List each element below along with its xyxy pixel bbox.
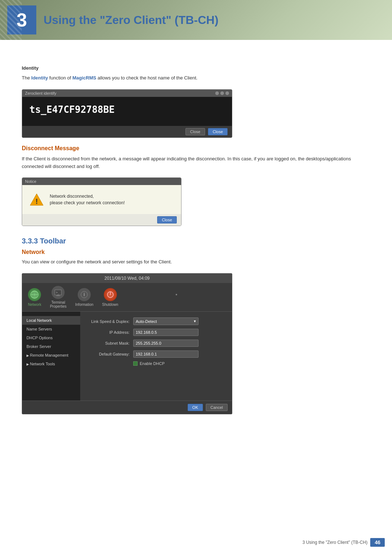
ip-row: IP Address: bbox=[86, 329, 226, 336]
dot-2 bbox=[220, 91, 224, 95]
network-body: You can view or configure the network an… bbox=[22, 258, 370, 266]
identity-dialog-body: ts_E47CF92788BE bbox=[22, 97, 232, 126]
identity-close-btn[interactable]: Close bbox=[208, 128, 228, 135]
subnet-input[interactable] bbox=[133, 340, 199, 347]
terminal-icon: >_ bbox=[52, 286, 65, 299]
link-speed-label: Link Speed & Duplex: bbox=[86, 319, 130, 324]
gateway-row: Default Gateway: bbox=[86, 350, 226, 358]
terminal-svg: >_ bbox=[54, 288, 62, 296]
shutdown-svg bbox=[106, 291, 114, 299]
identity-dialog: Zeroclient identify ts_E47CF92788BE Clos… bbox=[22, 89, 232, 138]
footer-text: 3 Using the "Zero Client" (TB-CH) bbox=[302, 540, 367, 545]
notice-close-btn[interactable]: Close bbox=[157, 216, 177, 223]
toolbar-shutdown-icon-item[interactable]: Shutdown bbox=[102, 288, 118, 307]
header-diagonal bbox=[0, 0, 22, 40]
link-speed-arrow: ▾ bbox=[194, 319, 196, 324]
page-number: 46 bbox=[370, 538, 385, 547]
notice-dialog: Notice ! Network disconnected, please ch… bbox=[22, 177, 181, 226]
cancel-button[interactable]: Cancel bbox=[206, 404, 228, 411]
page-footer: 3 Using the "Zero Client" (TB-CH) 46 bbox=[302, 538, 385, 547]
network-icon bbox=[28, 288, 41, 301]
dhcp-checkbox[interactable] bbox=[133, 361, 138, 366]
info-svg: i bbox=[80, 291, 88, 299]
notice-titlebar: Notice bbox=[22, 178, 181, 185]
ip-input[interactable] bbox=[133, 329, 199, 336]
dot-1 bbox=[215, 91, 219, 95]
identity-titlebar-text: Zeroclient identify bbox=[25, 91, 56, 95]
toolbar-dialog: 2011/08/10 Wed, 04:09 Network bbox=[22, 273, 232, 414]
network-sidebar: Local Network Name Servers DHCP Options … bbox=[22, 312, 80, 401]
hostname-display: ts_E47CF92788BE bbox=[29, 104, 225, 115]
gateway-input[interactable] bbox=[133, 350, 199, 358]
svg-rect-8 bbox=[57, 295, 59, 295]
info-icon-label: Information bbox=[75, 303, 93, 307]
terminal-icon-label: TerminalProperties bbox=[50, 300, 67, 308]
svg-text:>_: >_ bbox=[56, 291, 60, 294]
disconnect-heading: Disconnect Message bbox=[22, 145, 370, 152]
info-icon: i bbox=[78, 288, 91, 301]
sidebar-dhcp-options[interactable]: DHCP Options bbox=[22, 333, 80, 342]
network-form: Link Speed & Duplex: Auto-Detect ▾ IP Ad… bbox=[80, 312, 232, 401]
ip-label: IP Address: bbox=[86, 330, 130, 335]
link-speed-value: Auto-Detect bbox=[136, 319, 157, 324]
notice-line2: please check your network connection! bbox=[50, 200, 125, 206]
dhcp-row: Enable DHCP bbox=[133, 361, 226, 366]
link-speed-select[interactable]: Auto-Detect ▾ bbox=[133, 317, 199, 325]
network-heading: Network bbox=[22, 249, 370, 255]
main-content: Identity The Identity function of MagicR… bbox=[0, 40, 392, 451]
toolbar-heading: 3.3.3 Toolbar bbox=[22, 237, 370, 245]
toolbar-terminal-icon-item[interactable]: >_ TerminalProperties bbox=[50, 286, 67, 308]
identity-titlebar: Zeroclient identify bbox=[22, 90, 232, 97]
header-title: Using the "Zero Client" (TB-CH) bbox=[44, 13, 219, 27]
sidebar-broker-server[interactable]: Broker Server bbox=[22, 342, 80, 351]
warning-icon: ! bbox=[29, 192, 44, 207]
network-icon-label: Network bbox=[28, 303, 41, 307]
sidebar-remote-management[interactable]: Remote Management bbox=[22, 351, 80, 360]
toolbar-dialog-footer: OK Cancel bbox=[22, 401, 232, 414]
network-content: Local Network Name Servers DHCP Options … bbox=[22, 312, 232, 401]
identity-bold: Identity bbox=[31, 75, 48, 81]
disconnect-body: If the Client is disconnected from the n… bbox=[22, 155, 370, 171]
subnet-label: Subnet Mask: bbox=[86, 341, 130, 345]
network-svg bbox=[30, 290, 39, 299]
shutdown-icon-label: Shutdown bbox=[102, 303, 118, 307]
sidebar-network-tools[interactable]: Network Tools bbox=[22, 360, 80, 368]
toolbar-separator bbox=[176, 294, 177, 295]
ok-button[interactable]: OK bbox=[188, 404, 203, 411]
notice-text: Network disconnected, please check your … bbox=[50, 193, 125, 206]
identity-dim-close-btn[interactable]: Close bbox=[185, 128, 205, 135]
shutdown-icon bbox=[104, 288, 117, 301]
sidebar-name-servers[interactable]: Name Servers bbox=[22, 325, 80, 333]
magicrms-bold: MagicRMS bbox=[72, 75, 96, 81]
sidebar-local-network[interactable]: Local Network bbox=[22, 316, 80, 325]
notice-line1: Network disconnected, bbox=[50, 193, 125, 200]
gateway-label: Default Gateway: bbox=[86, 352, 130, 356]
titlebar-dots bbox=[215, 91, 229, 95]
notice-body: ! Network disconnected, please check you… bbox=[22, 185, 181, 214]
link-speed-row: Link Speed & Duplex: Auto-Detect ▾ bbox=[86, 317, 226, 325]
identity-dialog-footer: Close Close bbox=[22, 126, 232, 138]
toolbar-network-icon-item[interactable]: Network bbox=[28, 288, 41, 307]
svg-text:i: i bbox=[84, 292, 85, 297]
dot-3 bbox=[225, 91, 229, 95]
identity-heading: Identity bbox=[22, 65, 370, 71]
svg-text:!: ! bbox=[36, 197, 38, 205]
form-spacer bbox=[86, 366, 226, 395]
svg-rect-9 bbox=[56, 295, 60, 296]
header-banner: 3 Using the "Zero Client" (TB-CH) bbox=[0, 0, 392, 40]
notice-footer: Close bbox=[22, 214, 181, 226]
subnet-row: Subnet Mask: bbox=[86, 340, 226, 347]
dhcp-label: Enable DHCP bbox=[140, 361, 164, 366]
identity-body: The Identity function of MagicRMS allows… bbox=[22, 74, 370, 82]
toolbar-info-icon-item[interactable]: i Information bbox=[75, 288, 93, 307]
toolbar-icons-row: Network >_ TerminalProperties bbox=[22, 283, 232, 312]
toolbar-datetime: 2011/08/10 Wed, 04:09 bbox=[22, 274, 232, 283]
